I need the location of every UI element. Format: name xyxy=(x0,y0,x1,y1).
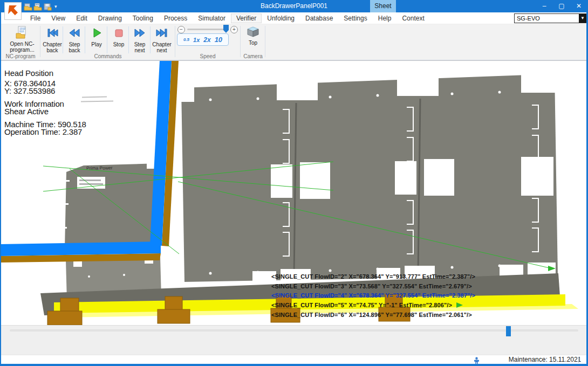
menu-tab-view[interactable]: View xyxy=(46,13,71,23)
dropdown-arrow-icon[interactable]: ▼ xyxy=(579,14,586,23)
group-label-nc-program: NC-program xyxy=(0,53,41,59)
step-next-icon xyxy=(129,27,151,41)
app-logo-arrow-icon xyxy=(6,4,19,19)
menu-tab-help[interactable]: Help xyxy=(373,13,397,23)
menu-tab-settings[interactable]: Settings xyxy=(338,13,372,23)
operation-time: Operation Time: 2.387 xyxy=(4,127,82,136)
stop-icon xyxy=(108,27,129,41)
nc-code-line[interactable]: <SINGLE_CUT FlowID="3" X="73.568" Y="327… xyxy=(271,283,472,289)
save-icon[interactable] xyxy=(43,3,52,11)
timeline-panel xyxy=(0,325,588,355)
machine-selector-value: SG-EVO xyxy=(515,14,579,23)
speed-presets: 0.5 1x 2x 10 xyxy=(177,33,229,46)
svg-text:010: 010 xyxy=(19,30,24,33)
menu-tab-database[interactable]: Database xyxy=(300,13,338,23)
speed-preset-2x-button[interactable]: 2x xyxy=(203,36,210,44)
speed-minus-button[interactable]: − xyxy=(177,26,185,33)
open-file-icon[interactable] xyxy=(24,3,32,11)
button-separator xyxy=(107,26,107,53)
speed-slider-handle[interactable] xyxy=(223,25,229,33)
top-view-cube-icon xyxy=(247,30,259,39)
status-bar: Maintenance: 15.11.2021 xyxy=(0,355,588,364)
cut-part-upper: Prima Power xyxy=(63,161,161,248)
head-position-title: Head Position xyxy=(4,68,53,78)
chapter-next-label: Chapter next xyxy=(151,42,173,53)
window-title: BackDrawerPanelP001 xyxy=(0,0,588,12)
speed-preset-1x-button[interactable]: 1x xyxy=(193,37,200,43)
chapter-next-icon xyxy=(151,27,173,41)
maintenance-status: Maintenance: 15.11.2021 xyxy=(499,355,588,364)
status-separator xyxy=(578,357,579,363)
play-icon xyxy=(86,27,107,41)
camera-top-button[interactable]: Top xyxy=(243,26,263,53)
nc-code-line-current[interactable]: <SINGLE_CUT FlowID="4" X="678.364" Y="32… xyxy=(271,292,475,299)
button-separator xyxy=(150,26,151,53)
nc-code-line[interactable]: <SINGLE_CUT FlowID="6" X="124.896" Y="77… xyxy=(271,312,472,318)
speed-preset-0.5-button[interactable]: 0.5 xyxy=(183,37,189,42)
import-nc-icon[interactable] xyxy=(33,3,42,11)
menu-tab-process[interactable]: Process xyxy=(159,13,193,23)
speed-plus-button[interactable]: + xyxy=(230,26,238,33)
group-separator xyxy=(265,26,265,57)
camera-top-label: Top xyxy=(243,40,263,46)
button-separator xyxy=(63,26,63,53)
menu-tab-file[interactable]: File xyxy=(25,13,46,23)
menu-bar: File View Edit Drawing Tooling Process S… xyxy=(0,12,588,24)
open-nc-program-label: Open NC-program... xyxy=(5,41,39,53)
head-position-y: Y: 327.553986 xyxy=(4,86,55,95)
group-separator xyxy=(175,26,175,57)
window-border-bottom xyxy=(0,364,588,366)
machine-selector-dropdown[interactable]: SG-EVO ▼ xyxy=(514,13,587,23)
menu-tab-verifier[interactable]: Verifier xyxy=(231,13,262,23)
group-separator xyxy=(40,26,40,57)
chapter-next-button[interactable]: Chapter next xyxy=(151,26,173,54)
step-back-label: Step back xyxy=(64,42,85,53)
title-bar: BackDrawerPanelP001 xyxy=(0,0,588,12)
menu-tab-drawing[interactable]: Drawing xyxy=(93,13,127,23)
speed-slider-track[interactable] xyxy=(187,29,226,30)
stop-label: Stop xyxy=(108,42,129,47)
verifier-viewport[interactable]: Prima Power xyxy=(0,60,588,325)
menu-tab-context[interactable]: Context xyxy=(396,13,429,23)
minimize-button[interactable]: – xyxy=(536,0,553,12)
menu-tab-unfolding[interactable]: Unfolding xyxy=(262,13,300,23)
nc-file-folder-icon: 1010010 xyxy=(16,31,29,40)
customize-toolbar-chevron-icon[interactable]: ▾ xyxy=(54,4,57,9)
context-tab-sheet[interactable]: Sheet xyxy=(370,0,396,12)
app-logo[interactable] xyxy=(4,2,22,20)
button-separator xyxy=(85,26,85,53)
open-nc-program-button[interactable]: 1010010 Open NC-program... xyxy=(5,26,39,54)
close-button[interactable]: ✕ xyxy=(570,0,587,12)
nc-code-line-highlighted[interactable]: <SINGLE_CUT FlowID="5" X="74.75" Y="-1" … xyxy=(271,302,452,308)
play-button[interactable]: Play xyxy=(86,26,107,54)
chapter-back-icon xyxy=(42,27,63,41)
part-info-sticker xyxy=(77,177,105,189)
ribbon: 1010010 Open NC-program... NC-program Ch… xyxy=(0,24,588,60)
menu-tab-edit[interactable]: Edit xyxy=(71,13,93,23)
menu-tab-simulator[interactable]: Simulator xyxy=(193,13,231,23)
speed-preset-10-button[interactable]: 10 xyxy=(215,36,222,44)
group-label-commands: Commands xyxy=(41,53,175,59)
timeline-track[interactable] xyxy=(10,329,578,332)
timeline-handle[interactable] xyxy=(506,326,511,336)
step-back-icon xyxy=(64,27,85,41)
maximize-button[interactable]: ▢ xyxy=(553,0,570,12)
chapter-back-label: Chapter back xyxy=(42,42,63,53)
play-label: Play xyxy=(86,42,107,47)
group-label-camera: Camera xyxy=(241,53,265,59)
group-separator xyxy=(240,26,241,57)
step-next-button[interactable]: Step next xyxy=(129,26,151,54)
menu-tab-tooling[interactable]: Tooling xyxy=(127,13,159,23)
step-back-button[interactable]: Step back xyxy=(64,26,85,54)
nc-code-line[interactable]: <SINGLE_CUT FlowID="2" X="678.364" Y="91… xyxy=(271,273,475,280)
chapter-back-button[interactable]: Chapter back xyxy=(42,26,63,54)
window-border-left xyxy=(0,12,1,366)
step-next-label: Step next xyxy=(129,42,151,53)
sheet-main xyxy=(181,74,558,282)
work-information-status: Shear Active xyxy=(4,107,49,116)
stop-button[interactable]: Stop xyxy=(108,26,129,54)
group-label-speed: Speed xyxy=(176,53,240,59)
